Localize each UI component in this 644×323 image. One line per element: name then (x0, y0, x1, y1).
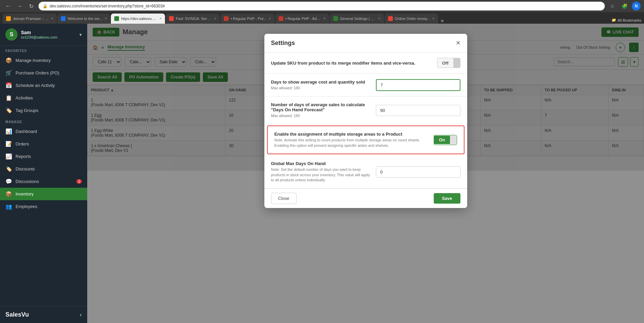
sidebar: S Sam sv1234@salesvu.com ▾ FAVORITES 📦 M… (0, 24, 87, 323)
sidebar-item-tag-groups[interactable]: 🏷️ Tag Groups (0, 104, 87, 117)
tab-close-7[interactable]: × (432, 16, 435, 21)
sidebar-item-schedule-activity[interactable]: 📅 Schedule an Activity (0, 79, 87, 92)
sidebar-item-employees[interactable]: 👥 Employees (0, 200, 87, 213)
sidebar-item-discussions[interactable]: 💬 Discussions 2 (0, 175, 87, 188)
avg-sales-days-input[interactable] (376, 105, 460, 116)
setting-global-max-days: Global Max Days On Hand Note: Set the de… (264, 156, 467, 188)
avg-cost-days-title: Days to show average cost and quantity s… (271, 79, 371, 85)
forward-nav-button[interactable]: → (15, 1, 24, 11)
discussions-icon: 💬 (5, 178, 12, 185)
tab-4[interactable]: • Regular PHP - Por... × (220, 14, 274, 24)
sidebar-item-label-dashboard: Dashboard (16, 129, 37, 134)
user-chevron-icon: ▾ (79, 32, 82, 37)
avg-cost-days-control (376, 79, 460, 91)
modal-body: Update SKU from product to its merge mod… (264, 52, 467, 188)
tab-label-0: Jeevan Pramaan :: Li... (13, 17, 49, 21)
multi-storage-note: Note: Activate this setting to count pro… (275, 138, 429, 148)
global-max-days-input[interactable] (376, 166, 460, 178)
tab-favicon-3 (169, 16, 174, 21)
sidebar-item-label-tag-groups: Tag Groups (16, 108, 38, 113)
tab-5[interactable]: • Regular PHP - Add... × (275, 14, 329, 24)
sidebar-item-reports[interactable]: 📈 Reports (0, 150, 87, 163)
user-info: Sam sv1234@salesvu.com (21, 30, 76, 39)
inventory-icon: 📦 (5, 191, 12, 197)
tab-close-2[interactable]: × (159, 16, 162, 21)
setting-multi-storage: Enable the assignment of multiple storag… (267, 125, 464, 154)
modal-close-label-button[interactable]: Close (271, 193, 296, 204)
manage-label: MANAGE (0, 117, 87, 125)
tab-close-5[interactable]: × (324, 16, 326, 21)
sidebar-user[interactable]: S Sam sv1234@salesvu.com ▾ (0, 24, 87, 46)
back-nav-button[interactable]: ← (3, 1, 13, 11)
sidebar-item-label-discounts: Discounts (16, 166, 35, 171)
tab-close-4[interactable]: × (269, 16, 271, 21)
modal-title: Settings (271, 40, 295, 47)
tab-7[interactable]: Online Order receip... × (385, 14, 438, 24)
sidebar-item-discounts[interactable]: 🏷️ Discounts (0, 163, 87, 175)
tab-label-1: Welcome to the ser... (68, 17, 102, 21)
avg-cost-days-note: Max allowed: 180 (271, 86, 371, 91)
sidebar-item-inventory[interactable]: 📦 Inventory (0, 188, 87, 200)
sidebar-item-activities[interactable]: 📋 Activities (0, 92, 87, 104)
global-max-days-title: Global Max Days On Hand (271, 161, 371, 166)
sidebar-item-purchase-orders[interactable]: 🛒 Purchase Orders (PO) (0, 67, 87, 79)
dashboard-icon: 📊 (5, 128, 12, 135)
tab-1[interactable]: Welcome to the ser... × (57, 14, 110, 24)
tab-6[interactable]: General Settings | S... × (330, 14, 384, 24)
tab-label-7: Online Order receip... (395, 17, 430, 21)
modal-close-button[interactable]: × (456, 39, 460, 47)
multi-storage-toggle[interactable]: On (434, 135, 457, 145)
tab-close-6[interactable]: × (378, 16, 381, 21)
tab-favicon-2 (114, 16, 119, 21)
tab-close-0[interactable]: × (51, 16, 53, 21)
multi-storage-label: Enable the assignment of multiple storag… (275, 132, 429, 148)
sidebar-item-orders[interactable]: 📝 Orders (0, 138, 87, 150)
tab-close-1[interactable]: × (104, 16, 107, 21)
avg-sales-days-control (376, 105, 460, 116)
more-tabs-button[interactable]: » (439, 18, 446, 24)
sidebar-item-label-purchase-orders: Purchase Orders (PO) (16, 70, 59, 75)
purchase-orders-icon: 🛒 (5, 70, 12, 76)
tab-2[interactable]: https://dev.salesvu.c... × (111, 14, 165, 24)
bookmarks-button[interactable]: 📁 All Bookmarks (612, 18, 641, 24)
sidebar-item-label-schedule-activity: Schedule an Activity (16, 83, 55, 88)
multi-storage-title: Enable the assignment of multiple storag… (275, 132, 429, 137)
tab-0[interactable]: Jeevan Pramaan :: Li... × (3, 14, 57, 24)
multi-storage-control[interactable]: On (434, 135, 457, 145)
main-content: 🏠 BACK Manage 💬 LIVE CHAT 🏠 ★ Manage Inv… (87, 24, 644, 323)
avg-cost-days-input[interactable] (376, 79, 460, 91)
tab-favicon-7 (388, 16, 393, 21)
global-max-days-control (376, 166, 460, 178)
sidebar-item-dashboard[interactable]: 📊 Dashboard (0, 125, 87, 138)
tab-favicon-6 (333, 16, 338, 21)
modal-footer: Close Save (264, 188, 467, 208)
refresh-button[interactable]: ↻ (26, 1, 36, 11)
tab-close-3[interactable]: × (214, 16, 216, 21)
bookmarks-icon: 📁 (612, 18, 616, 22)
avg-sales-days-label: Number of days of average sales to calcu… (271, 102, 371, 118)
user-email: sv1234@salesvu.com (21, 35, 76, 39)
bookmark-star-button[interactable]: ☆ (607, 1, 617, 11)
sidebar-item-label-manage-inventory: Manage Inventory (16, 58, 51, 63)
sidebar-item-manage-inventory[interactable]: 📦 Manage Inventory (0, 54, 87, 67)
sku-merge-toggle[interactable]: Off (437, 58, 460, 68)
modal-save-button[interactable]: Save (434, 193, 460, 204)
browser-nav: ← → ↻ (3, 1, 36, 11)
schedule-activity-icon: 📅 (5, 82, 12, 89)
sidebar-footer: SalesVu ‹ (0, 306, 87, 323)
tab-3[interactable]: Fwd: SV/NGA: Serve... × (166, 14, 220, 24)
sku-merge-state: Off (437, 59, 453, 67)
lock-icon: 🔒 (43, 4, 48, 8)
profile-button[interactable]: N (632, 2, 641, 10)
sidebar-collapse-button[interactable]: ‹ (80, 311, 82, 318)
activities-icon: 📋 (5, 95, 12, 101)
extensions-button[interactable]: 🧩 (620, 1, 629, 11)
bookmarks-label: All Bookmarks (618, 18, 641, 22)
orders-icon: 📝 (5, 141, 12, 147)
modal-overlay: Settings × Update SKU from product to it… (87, 24, 644, 323)
sku-merge-control[interactable]: Off (437, 58, 460, 68)
favorites-label: FAVORITES (0, 46, 87, 54)
tab-favicon-1 (61, 16, 66, 21)
address-bar[interactable]: 🔒 dev.salesvu.com/inventories/set-invent… (39, 2, 605, 10)
tab-favicon-4 (224, 16, 229, 21)
